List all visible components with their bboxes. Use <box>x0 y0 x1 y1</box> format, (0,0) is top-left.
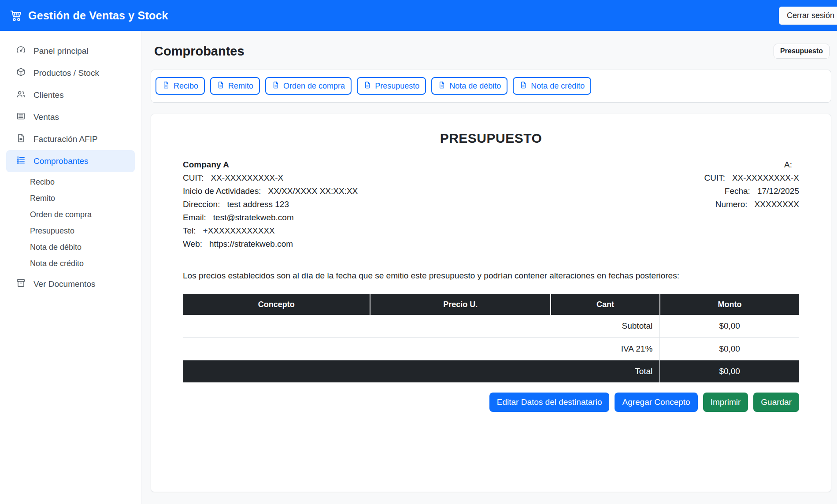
field-label: Direccion: <box>183 198 220 211</box>
company-web-row: Web: https://stratekweb.com <box>183 237 358 251</box>
sidebar-subitem-recibo[interactable]: Recibo <box>0 174 141 190</box>
table-row-subtotal: Subtotal $0,00 <box>183 315 799 337</box>
sidebar-item-label: Productos / Stock <box>33 68 99 78</box>
journal-icon <box>16 155 26 167</box>
field-value: XX-XXXXXXXXX-X <box>211 171 284 185</box>
subtotal-value: $0,00 <box>660 315 799 337</box>
table-row-iva: IVA 21% $0,00 <box>183 337 799 360</box>
column-header-monto: Monto <box>660 294 799 315</box>
company-name: Company A <box>183 158 358 171</box>
app-title: Gestión de Ventas y Stock <box>28 9 168 22</box>
page-title: Comprobantes <box>154 44 244 59</box>
concepts-table: Concepto Precio U. Cant Monto Subtotal $… <box>183 294 799 382</box>
sidebar-item-ventas[interactable]: Ventas <box>0 106 141 128</box>
save-button[interactable]: Guardar <box>753 393 799 412</box>
field-label: Web: <box>183 237 202 251</box>
recipient-fecha-row: Fecha: 17/12/2025 <box>704 185 799 198</box>
tab-orden-de-compra[interactable]: Orden de compra <box>265 77 352 95</box>
sidebar-item-label: Ver Documentos <box>33 279 95 289</box>
sidebar-item-label: Clientes <box>33 90 64 100</box>
field-value: XX-XXXXXXXX-X <box>732 171 799 185</box>
file-text-icon <box>162 81 170 91</box>
field-label: Inicio de Actividades: <box>183 185 261 198</box>
field-value: XXXXXXXX <box>755 198 799 211</box>
main-content: Comprobantes Presupuesto Recibo Remito O… <box>141 31 837 504</box>
iva-label: IVA 21% <box>183 337 660 360</box>
sidebar-subitem-label: Presupuesto <box>30 226 74 236</box>
add-concept-button[interactable]: Agregar Concepto <box>615 393 697 412</box>
file-text-icon <box>272 81 280 91</box>
column-header-precio: Precio U. <box>370 294 551 315</box>
recipient-info: A: CUIT: XX-XXXXXXXX-X Fecha: 17/12/2025… <box>704 158 799 251</box>
recipient-numero-row: Numero: XXXXXXXX <box>704 198 799 211</box>
company-cuit-row: CUIT: XX-XXXXXXXXX-X <box>183 171 358 185</box>
table-row-total: Total $0,00 <box>183 360 799 382</box>
sidebar-item-label: Ventas <box>33 112 59 122</box>
people-icon <box>16 89 26 101</box>
file-text-icon <box>438 81 446 91</box>
tab-presupuesto[interactable]: Presupuesto <box>357 77 426 95</box>
table-header-row: Concepto Precio U. Cant Monto <box>183 294 799 315</box>
field-value: test@stratekweb.com <box>213 211 294 224</box>
total-value: $0,00 <box>660 360 799 382</box>
file-text-icon <box>217 81 225 91</box>
tab-label: Recibo <box>174 82 198 91</box>
company-email-row: Email: test@stratekweb.com <box>183 211 358 224</box>
file-text-icon <box>519 81 527 91</box>
sidebar-subitem-nota-de-debito[interactable]: Nota de débito <box>0 239 141 256</box>
file-text-icon <box>363 81 371 91</box>
tab-remito[interactable]: Remito <box>210 77 260 95</box>
company-tel-row: Tel: +XXXXXXXXXXXX <box>183 224 358 237</box>
sidebar-item-label: Panel principal <box>33 46 89 56</box>
sidebar-subitem-label: Nota de crédito <box>30 259 84 268</box>
sidebar-item-clientes[interactable]: Clientes <box>0 84 141 106</box>
recipient-a-row: A: <box>704 158 799 171</box>
company-inicio-row: Inicio de Actividades: XX/XX/XXXX XX:XX:… <box>183 185 358 198</box>
sidebar-sublist: Recibo Remito Orden de compra Presupuest… <box>0 174 141 272</box>
edit-recipient-button[interactable]: Editar Datos del destinatario <box>489 393 610 412</box>
sidebar-item-facturacion-afip[interactable]: Facturación AFIP <box>0 128 141 150</box>
receipt-icon <box>16 111 26 123</box>
sidebar-subitem-label: Nota de débito <box>30 243 81 252</box>
sidebar-subitem-orden-de-compra[interactable]: Orden de compra <box>0 207 141 223</box>
document-title: PRESUPUESTO <box>183 130 799 146</box>
tab-nota-de-credito[interactable]: Nota de crédito <box>513 77 591 95</box>
tab-label: Orden de compra <box>283 82 345 91</box>
sidebar-subitem-label: Recibo <box>30 178 55 187</box>
tab-label: Nota de crédito <box>531 82 585 91</box>
tab-label: Nota de débito <box>449 82 501 91</box>
tab-recibo[interactable]: Recibo <box>156 77 205 95</box>
sidebar-subitem-presupuesto[interactable]: Presupuesto <box>0 223 141 239</box>
sidebar-item-ver-documentos[interactable]: Ver Documentos <box>0 273 141 295</box>
sidebar-item-comprobantes[interactable]: Comprobantes <box>6 150 135 172</box>
recipient-cuit-row: CUIT: XX-XXXXXXXX-X <box>704 171 799 185</box>
sidebar-subitem-label: Remito <box>30 194 55 203</box>
tab-nota-de-debito[interactable]: Nota de débito <box>431 77 507 95</box>
app-header: Gestión de Ventas y Stock Cerrar sesión <box>0 0 837 31</box>
field-value: +XXXXXXXXXXXX <box>203 224 275 237</box>
iva-value: $0,00 <box>660 337 799 360</box>
logout-button[interactable]: Cerrar sesión <box>779 7 837 25</box>
print-button[interactable]: Imprimir <box>703 393 748 412</box>
company-info: Company A CUIT: XX-XXXXXXXXX-X Inicio de… <box>183 158 358 251</box>
sidebar-subitem-label: Orden de compra <box>30 210 92 219</box>
price-disclaimer: Los precios establecidos son al día de l… <box>183 271 799 281</box>
company-direccion-row: Direccion: test address 123 <box>183 198 358 211</box>
app-brand: Gestión de Ventas y Stock <box>9 9 168 22</box>
sidebar-item-label: Comprobantes <box>33 156 89 166</box>
presupuesto-document: PRESUPUESTO Company A CUIT: XX-XXXXXXXXX… <box>151 114 831 492</box>
file-icon <box>16 133 26 145</box>
sidebar-item-productos-stock[interactable]: Productos / Stock <box>0 62 141 84</box>
column-header-concepto: Concepto <box>183 294 370 315</box>
field-value: XX/XX/XXXX XX:XX:XX <box>268 185 358 198</box>
sidebar-item-panel-principal[interactable]: Panel principal <box>0 40 141 62</box>
field-label: Numero: <box>715 198 748 211</box>
sidebar-subitem-nota-de-credito[interactable]: Nota de crédito <box>0 256 141 272</box>
subtotal-label: Subtotal <box>183 315 660 337</box>
sidebar-subitem-remito[interactable]: Remito <box>0 190 141 207</box>
tab-label: Presupuesto <box>375 82 419 91</box>
speedometer-icon <box>16 45 26 57</box>
tab-label: Remito <box>228 82 253 91</box>
field-label: A: <box>784 158 792 171</box>
field-value: 17/12/2025 <box>757 185 799 198</box>
